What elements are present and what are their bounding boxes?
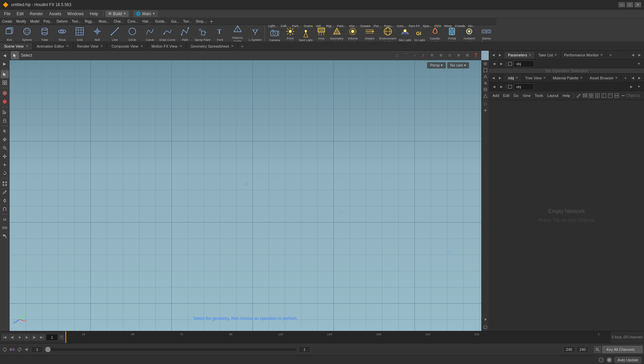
menu-edit[interactable]: Edit [14, 11, 26, 17]
close-asset-browser[interactable]: ✕ [615, 76, 618, 80]
left-btn-select3[interactable] [1, 127, 9, 135]
left-btn-scale[interactable] [1, 180, 9, 188]
main-dropdown[interactable]: 🌐 Main ▼ [133, 10, 158, 17]
select-lasso-btn[interactable]: ⌒ [402, 51, 410, 59]
shelf-btn-platonic[interactable]: Platonic Solids [229, 23, 246, 42]
shelf-btn-env-light[interactable]: Environment Light [378, 28, 397, 42]
playback-position[interactable] [45, 347, 51, 352]
timeline-frame-display[interactable]: 1 [46, 334, 58, 341]
net-forward[interactable]: ▶ [497, 75, 503, 81]
shelf-btn-font[interactable]: T Font [211, 23, 229, 42]
shelf-btn-tube[interactable]: Tube [36, 23, 53, 42]
left-btn-zoom[interactable] [1, 144, 9, 152]
net-icon-more[interactable] [620, 92, 626, 99]
params-path-input[interactable]: obj [514, 60, 534, 67]
shelf-tab-light[interactable]: Light... [267, 24, 279, 28]
tl-btn-next-key[interactable]: |▶ [31, 334, 38, 341]
select-filter-btn[interactable]: ⚙ [428, 51, 436, 59]
tl-btn-play[interactable]: ▶ [24, 334, 30, 341]
playback-scrubber[interactable] [45, 348, 296, 351]
net-menu-tools[interactable]: Tools [533, 93, 545, 98]
left-btn-ruler[interactable] [1, 224, 9, 232]
select-arrow-tool[interactable] [11, 51, 19, 59]
tab-obj[interactable]: /obj ✕ [505, 75, 522, 81]
shelf-btn-stereo-camera[interactable]: Stereo Camera [478, 28, 494, 42]
left-btn-rotate[interactable] [1, 169, 9, 177]
shelf-btn-null[interactable]: Null [88, 23, 106, 42]
vbar-btn-6[interactable] [482, 93, 488, 99]
shelf-btn-box[interactable]: Box [1, 23, 18, 42]
add-view-tab[interactable]: + [238, 42, 246, 50]
build-dropdown[interactable]: ⚙ Build ▼ [105, 10, 129, 17]
shelf-tab-pyro[interactable]: Pyro FX [407, 24, 421, 28]
tl-btn-start[interactable]: |◀ [1, 334, 8, 341]
left-btn-forward[interactable]: ▶ [1, 60, 9, 68]
select-brush-btn[interactable]: ○ [410, 51, 419, 59]
vbar-btn-1[interactable] [482, 61, 488, 67]
add-params-tab[interactable]: + [607, 51, 615, 59]
left-btn-pivot[interactable] [1, 161, 9, 169]
net-icon-panel[interactable] [607, 92, 614, 99]
left-btn-lock[interactable] [1, 116, 9, 125]
net-path-forward[interactable]: ▶ [499, 84, 505, 90]
tab-parameters[interactable]: Parameters ✕ [505, 52, 535, 58]
shelf-btn-lsystem[interactable]: L-System [246, 23, 264, 42]
left-btn-edit2[interactable] [1, 188, 9, 196]
select-target-btn[interactable]: ⊗ [454, 51, 462, 59]
shelf-btn-gi-light[interactable]: GI GI Light [413, 28, 426, 42]
net-menu-view[interactable]: View [520, 93, 533, 98]
shelf-btn-curve[interactable]: Curve [141, 23, 159, 42]
close-parameters[interactable]: ✕ [529, 53, 531, 57]
tab-geometry-spreadsheet[interactable]: Geometry Spreadsheet ✕ [187, 43, 238, 50]
select-snap-btn[interactable]: ⊙ [446, 51, 454, 59]
tab-tree-view[interactable]: Tree View ✕ [522, 75, 549, 81]
left-btn-num12[interactable]: 12 [1, 215, 9, 224]
network-path-input[interactable]: obj [514, 83, 534, 90]
shelf-btn-area-light[interactable]: Area Light [314, 28, 329, 42]
vbar-btn-3[interactable] [482, 74, 488, 80]
close-button[interactable]: ✕ [635, 2, 641, 7]
camera-dropdown[interactable]: No cam ▾ [447, 62, 469, 69]
menu-file[interactable]: File [1, 11, 13, 17]
close-animation-editor[interactable]: ✕ [66, 44, 69, 48]
shelf-btn-spot-light[interactable]: Spot Light [298, 28, 313, 42]
left-btn-transform[interactable] [1, 79, 9, 87]
close-composite-view[interactable]: ✕ [140, 44, 143, 48]
select-mode-1[interactable]: ⊞ [463, 51, 471, 59]
net-path-more[interactable]: ▼ [636, 84, 642, 90]
net-path-back[interactable]: ◀ [491, 84, 497, 90]
net-menu-add[interactable]: Add [490, 93, 501, 98]
shelf-btn-torus[interactable]: Torus [53, 23, 71, 42]
tl-btn-realtime[interactable]: ⏱ [59, 335, 64, 340]
close-geometry-spreadsheet[interactable]: ✕ [231, 44, 234, 48]
tab-animation-editor[interactable]: Animation Editor ✕ [33, 43, 73, 50]
vbar-btn-7[interactable] [482, 101, 488, 107]
menu-windows[interactable]: Windows [64, 11, 86, 17]
shelf-btn-line[interactable]: Line [106, 23, 124, 42]
left-btn-red-circle[interactable] [1, 98, 9, 106]
shelf-btn-volume-light[interactable]: Volume Light [345, 28, 361, 42]
tl-btn-prev-key[interactable]: ◀| [9, 334, 16, 341]
minimize-button[interactable]: — [618, 2, 625, 7]
params-collapse-btn[interactable]: ◀ [630, 52, 636, 58]
left-btn-select2[interactable] [1, 108, 9, 116]
shelf-btn-caustic-light[interactable]: Caustic Light [427, 28, 444, 42]
shelf-btn-camera[interactable]: Camera [267, 28, 282, 42]
params-path-more[interactable]: ▼ [636, 61, 642, 67]
net-icon-sidebar[interactable] [601, 92, 607, 99]
add-network-tab[interactable]: + [621, 74, 629, 82]
menu-render[interactable]: Render [27, 11, 46, 17]
menu-help[interactable]: Help [87, 11, 101, 17]
net-collapse-left[interactable]: ◀ [630, 75, 636, 81]
net-menu-layout[interactable]: Layout [545, 93, 561, 98]
params-path-forward[interactable]: ▶ [499, 61, 505, 67]
params-forward[interactable]: ▶ [497, 52, 503, 58]
shelf-btn-draw-curve[interactable]: Draw Curve [159, 23, 176, 42]
shelf-btn-grid[interactable]: Grid [71, 23, 88, 42]
net-icon-split[interactable] [614, 92, 620, 99]
total-frames2[interactable]: 240 [576, 346, 589, 353]
tab-motion-fx[interactable]: Motion FX View ✕ [147, 43, 187, 50]
net-menu-go[interactable]: Go [512, 93, 521, 98]
shelf-btn-path[interactable]: Path [176, 23, 194, 42]
select-box-btn[interactable]: □ [393, 51, 401, 59]
